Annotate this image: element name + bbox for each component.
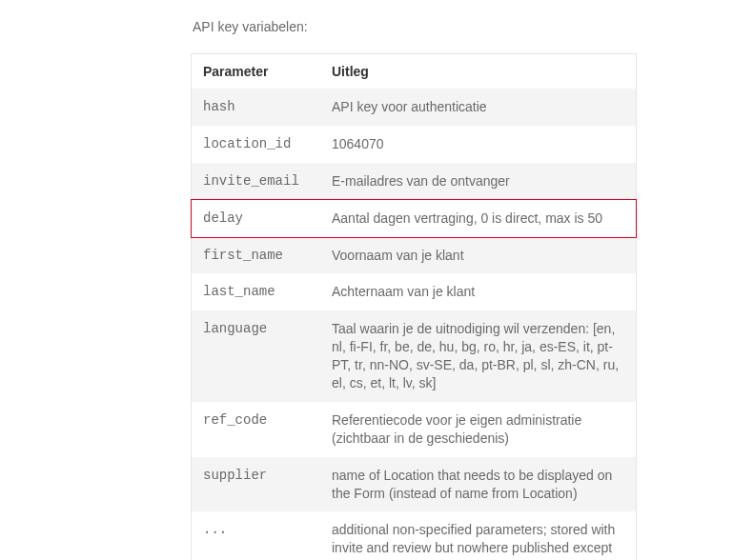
uitleg-cell: Referentiecode voor je eigen administrat… [320, 402, 636, 457]
intro-text: API key variabelen: [193, 19, 733, 34]
table-row: delayAantal dagen vertraging, 0 is direc… [192, 200, 636, 237]
uitleg-cell: Taal waarin je de uitnodiging wil verzen… [320, 310, 636, 402]
table-row: first_nameVoornaam van je klant [192, 237, 636, 274]
uitleg-cell: API key voor authenticatie [320, 89, 636, 126]
table-row: location_id1064070 [192, 126, 636, 163]
table-row: invite_emailE-mailadres van de ontvanger [192, 163, 636, 200]
param-cell: language [192, 310, 320, 402]
uitleg-cell: E-mailadres van de ontvanger [320, 163, 636, 200]
uitleg-cell: 1064070 [320, 126, 636, 163]
table-row: last_nameAchternaam van je klant [192, 273, 636, 310]
param-cell: ... [192, 511, 320, 560]
table-row: ...additional non-specified parameters; … [192, 511, 636, 560]
table-row: suppliername of Location that needs to b… [192, 457, 636, 512]
param-cell: ref_code [192, 402, 320, 457]
uitleg-cell: additional non-specified parameters; sto… [320, 511, 636, 560]
table-row: ref_codeReferentiecode voor je eigen adm… [192, 402, 636, 457]
table-row: hashAPI key voor authenticatie [192, 89, 636, 126]
uitleg-cell: Aantal dagen vertraging, 0 is direct, ma… [320, 200, 636, 237]
api-params-table: Parameter Uitleg hashAPI key voor authen… [192, 54, 636, 560]
table-header-row: Parameter Uitleg [192, 54, 636, 89]
param-cell: supplier [192, 457, 320, 512]
header-uitleg: Uitleg [320, 54, 636, 89]
api-params-table-wrap: Parameter Uitleg hashAPI key voor authen… [191, 53, 637, 560]
uitleg-cell: Voornaam van je klant [320, 237, 636, 274]
param-cell: hash [192, 89, 320, 126]
param-cell: delay [192, 200, 320, 237]
param-cell: invite_email [192, 163, 320, 200]
param-cell: first_name [192, 237, 320, 274]
table-row: languageTaal waarin je de uitnodiging wi… [192, 310, 636, 402]
param-cell: last_name [192, 273, 320, 310]
uitleg-cell: Achternaam van je klant [320, 273, 636, 310]
param-cell: location_id [192, 126, 320, 163]
uitleg-cell: name of Location that needs to be displa… [320, 457, 636, 512]
header-parameter: Parameter [192, 54, 320, 89]
